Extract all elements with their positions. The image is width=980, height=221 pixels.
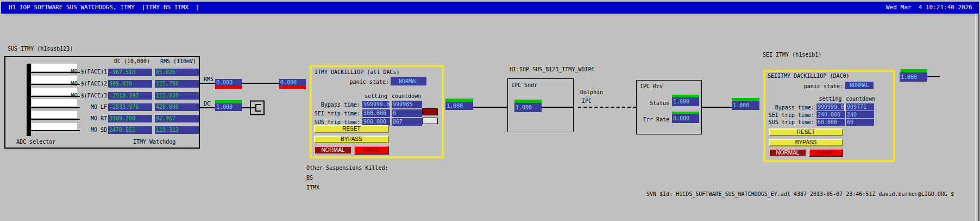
sei-bypass-time-label: Bypass time:: [768, 105, 814, 111]
sei-reset-button[interactable]: RESET: [769, 128, 843, 136]
dolphin-label-2: IPC: [582, 98, 592, 105]
itmy-dackill-title: ITMY DACKILLIOP (all DACs): [315, 69, 400, 76]
rms-level-bar: [215, 86, 242, 89]
dc-value-monitor: 3189.200: [108, 115, 152, 122]
bypass-time-label: Bypass time:: [314, 102, 360, 108]
rms-value-monitor: 92.467: [155, 115, 199, 122]
sus-trip-countdown-monitor: 867: [392, 118, 422, 126]
ipc-rcv-label: IPC Rcv: [640, 83, 663, 90]
sei-bypass-setting-entry[interactable]: 999999.0: [816, 103, 845, 111]
status-monitor: 1.000: [672, 97, 699, 106]
rms-value-monitor: 119.313: [155, 126, 199, 134]
sei-sei-trip-setting-entry[interactable]: 240.000: [816, 111, 845, 118]
rms-wire-label: RMS: [204, 76, 213, 83]
bypass-button[interactable]: BYPASS: [314, 136, 389, 143]
sei-sei-trip-countdown-monitor: 240: [846, 111, 874, 118]
bypass-countdown-monitor: 999985: [392, 101, 422, 108]
window-edge-shadow: [978, 14, 979, 221]
wire-rms-1: [200, 83, 215, 84]
sei-trip-time-label: SEI trip time:: [314, 110, 360, 117]
dc-output-monitor: 1.000: [215, 103, 242, 111]
wire-rms-2: [242, 83, 279, 84]
panic-button[interactable]: PANIC: [354, 146, 389, 155]
window-edge-highlight: [975, 14, 976, 221]
sei-sus-trip-setting-entry[interactable]: 60.000: [816, 119, 845, 126]
sei-panic-state-label: panic state:: [789, 83, 843, 90]
sei-trip-setting-entry[interactable]: 300.000: [362, 109, 390, 117]
ipc-sndr-monitor: 1.000: [514, 103, 542, 112]
row-label: MO LF: [60, 104, 107, 110]
sei-countdown-header: countdown: [846, 96, 875, 102]
wire-dc-2: [242, 107, 249, 108]
clock-text: Wed Mar 4 10:21:40 2026: [886, 2, 972, 14]
row-label: MO $(FACE)2: [60, 81, 107, 87]
watchdog-label: ITMY Watchdog: [133, 139, 175, 145]
dc-wire-label: DC: [204, 101, 210, 107]
sus-panel-title: SUS ITMY (h1susb123): [8, 46, 73, 52]
killed-item-itmx: ITMX: [306, 185, 319, 191]
reset-button[interactable]: RESET: [314, 125, 389, 133]
dackill-output-monitor: 1.000: [445, 102, 473, 110]
countdown-header: countdown: [392, 93, 421, 100]
adc-selector-label: ADC selector: [16, 139, 55, 145]
rms-value-monitor: 115.830: [155, 92, 199, 100]
row-label: MO $(FACE)3: [60, 93, 107, 99]
row-label: MO RT: [60, 115, 107, 122]
sei-killed-indicator: [422, 108, 438, 115]
rms-column-header: RMS (110mV): [156, 58, 200, 65]
err-rate-label: Err Rate: [643, 116, 669, 123]
sus-trip-setting-entry[interactable]: 900.000: [362, 118, 390, 126]
dc-value-monitor: 409.030: [108, 80, 152, 88]
wire-sndr-out: [542, 107, 573, 108]
wire-dolphin-ipc: [578, 107, 636, 108]
sei-panic-button[interactable]: PANIC: [809, 149, 843, 157]
adc-selector-bar: [27, 64, 31, 136]
svn-id-text: SVN $Id: H1CDS_SOFTWARE_SUS_WATCHDOGS_EY…: [646, 191, 954, 198]
rms-value-monitor: 428.806: [155, 103, 199, 111]
window-title: H1 IOP SOFTWARE SUS WATCHDOGS, ITMY [ITM…: [9, 2, 199, 14]
ipc-title: H1:IOP-SUS_B123_ITMY_WDIPC: [510, 66, 595, 73]
wire-dc-1: [200, 107, 215, 108]
wire-sei-out: [927, 76, 940, 77]
sei-output-monitor: 1.000: [900, 72, 927, 82]
setting-header: setting: [362, 93, 390, 100]
dolphin-label-1: Dolphin: [580, 89, 603, 96]
err-rate-monitor: 0.000: [672, 114, 699, 123]
ipc-sndr-label: IPC Sndr: [511, 82, 537, 89]
status-label: Status: [646, 100, 669, 107]
sei-trip-countdown-monitor: 0: [392, 109, 422, 117]
sus-killed-indicator: [422, 118, 438, 124]
sei-setting-header: setting: [816, 96, 845, 102]
latch-icon: [249, 100, 265, 115]
rms-level-bar-2: [279, 86, 306, 89]
killed-item-bs: BS: [306, 175, 313, 181]
panic-state-monitor: NORMAL: [391, 77, 426, 85]
bypass-setting-entry[interactable]: 999999.0: [362, 100, 390, 109]
sei-sei-trip-label: SEI trip time:: [768, 112, 814, 119]
row-label: MO $(FACE)1: [60, 69, 107, 75]
rms-value-monitor: 115.790: [155, 80, 199, 88]
sei-bypass-button[interactable]: BYPASS: [769, 139, 843, 146]
row-label: MO SD: [60, 127, 107, 133]
rms-value-monitor: 85.026: [155, 69, 199, 76]
title-bar: H1 IOP SOFTWARE SUS WATCHDOGS, ITMY [ITM…: [1, 2, 979, 14]
sei-bypass-countdown-monitor: 999771: [846, 103, 874, 110]
dc-value-monitor: -2533.976: [108, 103, 152, 111]
panic-state-label: panic state:: [335, 79, 389, 85]
sei-dackill-title: SEIITMY DACKILLIOP (DAC0): [768, 73, 850, 79]
sei-panic-state-monitor: NORMAL: [845, 82, 874, 89]
dc-value-monitor: -967.510: [108, 69, 152, 76]
dc-value-monitor: -2518.393: [108, 92, 152, 100]
sei-sus-trip-label: SUS trip time:: [768, 119, 814, 126]
dc-value-monitor: 2470.551: [108, 126, 152, 134]
rcv-output-monitor: 1.000: [732, 101, 759, 110]
wire-rcv-out: [702, 107, 732, 108]
killed-heading: Other Suspensions Killed:: [306, 165, 388, 171]
rms-output-monitor-2: 0.000: [279, 79, 306, 86]
normal-button[interactable]: NORMAL: [314, 146, 352, 155]
sei-sus-trip-countdown-monitor: 60: [846, 119, 874, 126]
wire-to-ipc-sndr: [473, 107, 507, 108]
medm-screen: { "titlebar": { "title": "H1 IOP SOFTWAR…: [0, 0, 980, 221]
dc-column-header: DC (10,000): [110, 58, 154, 65]
sei-normal-button[interactable]: NORMAL: [769, 149, 807, 157]
